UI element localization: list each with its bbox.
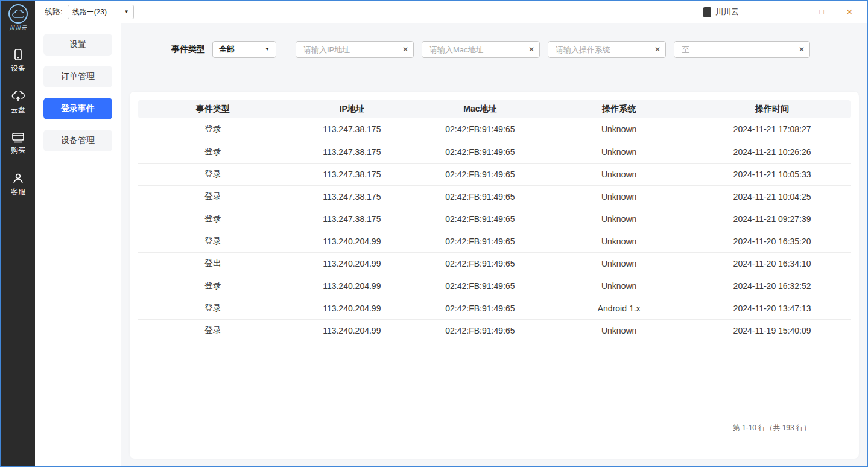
table-cell: 登录 (138, 275, 288, 297)
table-cell: 113.247.38.175 (288, 185, 416, 208)
event-type-value: 全部 (219, 44, 235, 55)
chevron-down-icon: ▼ (124, 10, 129, 14)
table-cell: Unknown (544, 319, 694, 342)
event-type-dropdown[interactable]: 全部 ▼ (212, 41, 276, 58)
maximize-button[interactable]: □ (813, 1, 831, 23)
table-cell: 113.240.204.99 (288, 297, 416, 319)
table-cell: 登出 (138, 252, 288, 275)
table-header-row: 事件类型 IP地址 Mac地址 操作系统 操作时间 (138, 100, 851, 118)
event-type-label: 事件类型 (171, 44, 205, 55)
table-cell: 113.240.204.99 (288, 319, 416, 342)
table-cell: 2024-11-19 15:40:09 (694, 319, 851, 342)
menu-item-settings[interactable]: 设置 (43, 34, 112, 56)
table-cell: 2024-11-21 10:05:33 (694, 163, 851, 185)
table-cell: Android 1.x (544, 297, 694, 319)
close-button[interactable]: ✕ (840, 1, 858, 23)
secondary-sidebar: 设置 订单管理 登录事件 设备管理 (35, 23, 121, 466)
table-cell: Unknown (544, 275, 694, 297)
table-cell: 2024-11-20 13:47:13 (694, 297, 851, 319)
cloud-logo-icon (8, 4, 28, 24)
os-input[interactable] (548, 41, 666, 58)
table-row: 登录113.247.38.17502:42:FB:91:49:65Unknown… (138, 208, 851, 230)
events-table: 事件类型 IP地址 Mac地址 操作系统 操作时间 登录113.247.38.1… (138, 100, 851, 342)
column-header-mac: Mac地址 (416, 100, 545, 118)
column-header-event-type: 事件类型 (138, 100, 288, 118)
logo-text: 川川云 (9, 24, 27, 32)
sidebar-item-label: 云盘 (11, 105, 25, 115)
table-cell: Unknown (544, 118, 694, 141)
table-cell: 02:42:FB:91:49:65 (416, 275, 545, 297)
table-cell: 登录 (138, 118, 288, 141)
table-cell: 02:42:FB:91:49:65 (416, 141, 545, 163)
sidebar-item-support[interactable]: 客服 (11, 173, 25, 197)
table-row: 登录113.247.38.17502:42:FB:91:49:65Unknown… (138, 185, 851, 208)
table-cell: 登录 (138, 297, 288, 319)
app-title: 川川云 (715, 7, 739, 17)
table-cell: 113.247.38.175 (288, 208, 416, 230)
line-select-dropdown[interactable]: 线路一(23) ▼ (68, 5, 134, 19)
table-cell: 113.240.204.99 (288, 230, 416, 252)
table-row: 登录113.240.204.9902:42:FB:91:49:65Unknown… (138, 275, 851, 297)
table-cell: 02:42:FB:91:49:65 (416, 185, 545, 208)
table-row: 登录113.240.204.9902:42:FB:91:49:65Unknown… (138, 319, 851, 342)
filter-bar: 事件类型 全部 ▼ ✕ ✕ ✕ (171, 41, 867, 58)
clear-icon[interactable]: ✕ (654, 45, 661, 54)
column-header-time: 操作时间 (694, 100, 851, 118)
table-cell: 113.247.38.175 (288, 118, 416, 141)
table-row: 登录113.247.38.17502:42:FB:91:49:65Unknown… (138, 141, 851, 163)
table-cell: 02:42:FB:91:49:65 (416, 208, 545, 230)
app-logo: 川川云 (8, 4, 28, 32)
clear-icon[interactable]: ✕ (799, 45, 805, 54)
table-cell: 登录 (138, 230, 288, 252)
table-cell: 登录 (138, 185, 288, 208)
menu-item-orders[interactable]: 订单管理 (43, 66, 112, 87)
pagination-info: 第 1-10 行（共 193 行） (733, 423, 811, 433)
table-cell: Unknown (544, 252, 694, 275)
ip-address-input[interactable] (296, 41, 414, 58)
sidebar-item-purchase[interactable]: 购买 (11, 132, 25, 156)
chevron-down-icon: ▼ (265, 47, 270, 52)
table-cell: 113.247.38.175 (288, 141, 416, 163)
minimize-button[interactable]: — (785, 1, 803, 23)
table-row: 登录113.240.204.9902:42:FB:91:49:65Android… (138, 297, 851, 319)
table-row: 登录113.247.38.17502:42:FB:91:49:65Unknown… (138, 163, 851, 185)
table-row: 登录113.247.38.17502:42:FB:91:49:65Unknown… (138, 118, 851, 141)
sidebar-item-devices[interactable]: 设备 (11, 49, 25, 74)
app-badge-icon (703, 7, 711, 17)
sidebar-item-label: 设备 (11, 63, 25, 74)
table-cell: 2024-11-20 16:34:10 (694, 252, 851, 275)
purchase-icon (11, 132, 25, 143)
table-cell: 02:42:FB:91:49:65 (416, 163, 545, 185)
table-cell: 登录 (138, 163, 288, 185)
table-cell: 登录 (138, 141, 288, 163)
sidebar-item-cloud-disk[interactable]: 云盘 (11, 91, 25, 115)
table-cell: 02:42:FB:91:49:65 (416, 297, 545, 319)
mac-address-input[interactable] (422, 41, 540, 58)
table-cell: Unknown (544, 141, 694, 163)
clear-icon[interactable]: ✕ (528, 45, 534, 54)
sidebar-item-label: 客服 (11, 187, 25, 197)
table-cell: 02:42:FB:91:49:65 (416, 319, 545, 342)
table-cell: 113.240.204.99 (288, 252, 416, 275)
table-cell: Unknown (544, 208, 694, 230)
table-cell: 02:42:FB:91:49:65 (416, 252, 545, 275)
table-cell: 2024-11-21 10:26:26 (694, 141, 851, 163)
table-row: 登出113.240.204.9902:42:FB:91:49:65Unknown… (138, 252, 851, 275)
table-body: 登录113.247.38.17502:42:FB:91:49:65Unknown… (138, 118, 851, 342)
table-cell: 2024-11-21 09:27:39 (694, 208, 851, 230)
table-cell: Unknown (544, 230, 694, 252)
titlebar: 线路: 线路一(23) ▼ 川川云 — □ ✕ (35, 1, 867, 23)
table-cell: Unknown (544, 185, 694, 208)
column-header-os: 操作系统 (544, 100, 694, 118)
date-to-input[interactable] (674, 41, 810, 58)
device-icon (13, 49, 24, 61)
clear-icon[interactable]: ✕ (402, 45, 408, 54)
primary-sidebar: 川川云 设备 云盘 购买 客服 (1, 1, 35, 466)
menu-item-device-management[interactable]: 设备管理 (43, 130, 112, 151)
table-cell: 登录 (138, 319, 288, 342)
menu-item-login-events[interactable]: 登录事件 (43, 98, 112, 119)
line-select-value: 线路一(23) (72, 7, 107, 17)
sidebar-item-label: 购买 (11, 145, 25, 156)
table-cell: 02:42:FB:91:49:65 (416, 118, 545, 141)
table-cell: 2024-11-21 17:08:27 (694, 118, 851, 141)
